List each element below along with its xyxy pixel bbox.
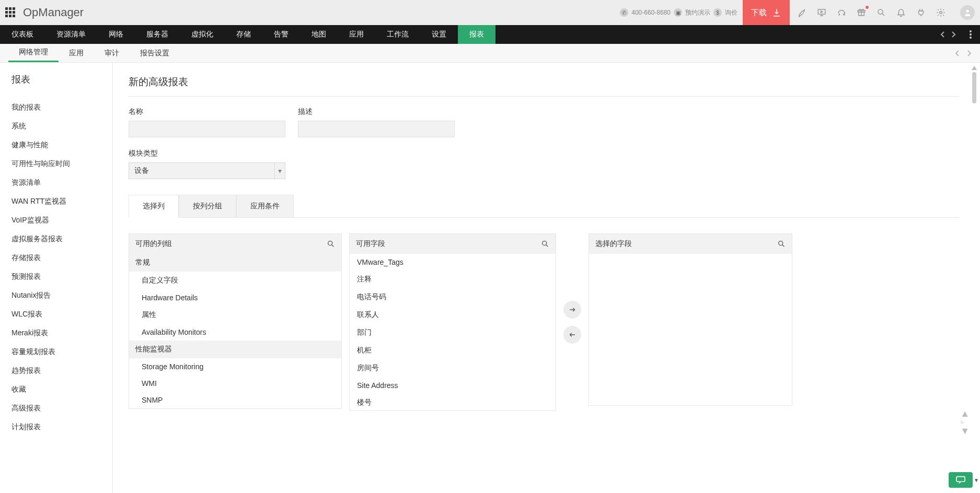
group-item[interactable]: WMI bbox=[129, 375, 341, 392]
sidebar-item[interactable]: 资源清单 bbox=[11, 173, 112, 192]
group-item[interactable]: 自定义字段 bbox=[129, 272, 341, 289]
sidebar-item[interactable]: Nutanix报告 bbox=[11, 286, 112, 305]
subnav-item[interactable]: 应用 bbox=[59, 44, 94, 62]
search-icon[interactable] bbox=[877, 8, 886, 17]
field-item[interactable]: 机柜 bbox=[350, 342, 556, 359]
mainnav-item[interactable]: 存储 bbox=[225, 25, 262, 44]
chevron-left-icon[interactable] bbox=[940, 31, 946, 38]
sidebar-item[interactable]: VoIP监视器 bbox=[11, 211, 112, 230]
field-item[interactable]: Site Address bbox=[350, 377, 556, 394]
subnav-scroll-arrows[interactable] bbox=[955, 44, 972, 62]
field-item[interactable]: 联系人 bbox=[350, 306, 556, 324]
mainnav-item[interactable]: 资源清单 bbox=[45, 25, 97, 44]
sidebar-item[interactable]: 虚拟服务器报表 bbox=[11, 230, 112, 249]
field-item[interactable]: 房间号 bbox=[350, 359, 556, 377]
mainnav-item[interactable]: 地图 bbox=[300, 25, 338, 44]
reorder-buttons[interactable]: ▲ ≡ ▼ bbox=[960, 409, 970, 436]
triangle-down-icon[interactable]: ▼ bbox=[960, 426, 970, 436]
chevron-right-icon[interactable] bbox=[966, 50, 972, 56]
avatar[interactable] bbox=[960, 5, 975, 20]
sidebar-item[interactable]: 我的报表 bbox=[11, 98, 112, 117]
sidebar-item[interactable]: 健康与性能 bbox=[11, 136, 112, 155]
chat-fab[interactable]: ▼ bbox=[949, 472, 973, 488]
headset-icon[interactable] bbox=[837, 8, 846, 17]
mainnav-item[interactable]: 告警 bbox=[262, 25, 300, 44]
search-icon[interactable] bbox=[777, 240, 786, 248]
chevron-right-icon[interactable] bbox=[951, 31, 956, 38]
mainnav-item[interactable]: 应用 bbox=[338, 25, 375, 44]
booking-link[interactable]: 预约演示 bbox=[685, 8, 710, 17]
nav-scroll-arrows[interactable] bbox=[935, 25, 961, 44]
field-item[interactable]: 部门 bbox=[350, 324, 556, 342]
brand: OpManager bbox=[23, 6, 84, 19]
chevron-left-icon[interactable] bbox=[955, 50, 960, 56]
field-item[interactable]: 楼号 bbox=[350, 394, 556, 410]
sidebar-item[interactable]: 可用性与响应时间 bbox=[11, 155, 112, 173]
mainnav-item[interactable]: 仪表板 bbox=[0, 25, 45, 44]
sidebar-title: 报表 bbox=[11, 73, 112, 86]
mainnav-item[interactable]: 报表 bbox=[458, 25, 495, 44]
field-item[interactable]: VMware_Tags bbox=[350, 254, 556, 271]
drag-handle-icon: ≡ bbox=[960, 419, 970, 425]
sidebar-item[interactable]: 计划报表 bbox=[11, 418, 112, 437]
sidebar-item[interactable]: 收藏 bbox=[11, 380, 112, 399]
mainnav-item[interactable]: 网络 bbox=[97, 25, 135, 44]
search-icon[interactable] bbox=[541, 240, 549, 248]
gift-icon[interactable] bbox=[857, 7, 866, 17]
sidebar-item[interactable]: 预测报表 bbox=[11, 267, 112, 286]
group-item[interactable]: Storage Monitoring bbox=[129, 358, 341, 375]
sidebar-item[interactable]: 高级报表 bbox=[11, 399, 112, 418]
mainnav-item[interactable]: 服务器 bbox=[135, 25, 180, 44]
rocket-icon[interactable] bbox=[797, 8, 806, 17]
mainnav-item[interactable]: 工作流 bbox=[375, 25, 420, 44]
svg-point-8 bbox=[970, 37, 972, 39]
chevron-down-icon[interactable]: ▼ bbox=[974, 477, 979, 483]
main-scrollbar[interactable] bbox=[971, 63, 978, 493]
sidebar-item[interactable]: Meraki报表 bbox=[11, 324, 112, 343]
desc-input[interactable] bbox=[298, 121, 455, 137]
subnav-item[interactable]: 网络管理 bbox=[8, 44, 59, 62]
module-value: 设备 bbox=[134, 166, 149, 175]
group-item[interactable]: Hardware Details bbox=[129, 289, 341, 306]
fields-panel: 可用字段 VMware_Tags注释电话号码联系人部门机柜房间号Site Add… bbox=[349, 233, 556, 411]
fields-header: 可用字段 bbox=[356, 239, 385, 249]
sidebar-item[interactable]: 趋势报表 bbox=[11, 361, 112, 380]
subnav-item[interactable]: 报告设置 bbox=[130, 44, 180, 62]
field-item[interactable]: 注释 bbox=[350, 271, 556, 288]
sidebar-item[interactable]: 系统 bbox=[11, 117, 112, 136]
quote-link[interactable]: 询价 bbox=[725, 8, 737, 17]
group-item[interactable]: Availability Monitors bbox=[129, 324, 341, 341]
apps-grid-icon[interactable] bbox=[5, 7, 16, 18]
sidebar-item[interactable]: WAN RTT监视器 bbox=[11, 192, 112, 211]
column-tab[interactable]: 按列分组 bbox=[179, 195, 236, 217]
scroll-up-icon[interactable] bbox=[972, 66, 977, 70]
triangle-up-icon[interactable]: ▲ bbox=[960, 409, 970, 418]
move-left-button[interactable] bbox=[563, 326, 581, 344]
move-right-button[interactable] bbox=[563, 301, 581, 319]
mainnav-item[interactable]: 设置 bbox=[420, 25, 458, 44]
search-icon[interactable] bbox=[327, 240, 335, 248]
selected-header: 选择的字段 bbox=[595, 239, 632, 249]
nav-more-icon[interactable] bbox=[961, 25, 980, 44]
download-button[interactable]: 下载 bbox=[743, 0, 790, 25]
presentation-icon[interactable] bbox=[817, 8, 826, 17]
chevron-down-icon: ▾ bbox=[274, 163, 285, 179]
group-item[interactable]: 属性 bbox=[129, 306, 341, 324]
module-select[interactable]: 设备 ▾ bbox=[129, 162, 285, 179]
subnav-item[interactable]: 审计 bbox=[94, 44, 130, 62]
sidebar-item[interactable]: 容量规划报表 bbox=[11, 343, 112, 361]
move-buttons bbox=[563, 301, 581, 344]
plug-icon[interactable] bbox=[916, 8, 926, 17]
column-tab[interactable]: 应用条件 bbox=[236, 195, 294, 217]
phone-icon: ✆ bbox=[620, 8, 628, 17]
name-label: 名称 bbox=[129, 107, 285, 116]
group-item[interactable]: SNMP bbox=[129, 392, 341, 408]
sidebar-item[interactable]: WLC报表 bbox=[11, 305, 112, 324]
bell-icon[interactable] bbox=[896, 8, 906, 17]
column-tab[interactable]: 选择列 bbox=[129, 195, 179, 218]
name-input[interactable] bbox=[129, 121, 285, 137]
mainnav-item[interactable]: 虚拟化 bbox=[180, 25, 225, 44]
field-item[interactable]: 电话号码 bbox=[350, 288, 556, 306]
gear-icon[interactable] bbox=[936, 8, 946, 17]
sidebar-item[interactable]: 存储报表 bbox=[11, 249, 112, 267]
